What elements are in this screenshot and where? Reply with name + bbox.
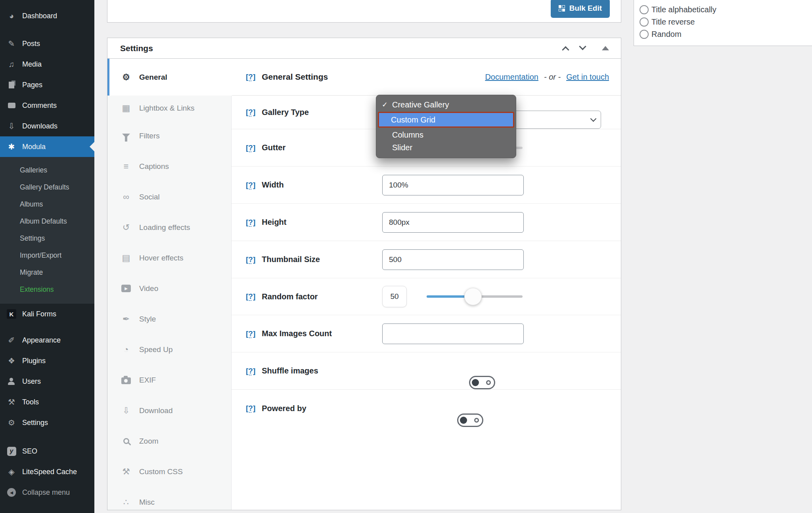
- admin-sidebar: ◕ Dashboard ✎ Posts ♫ Media Pages Commen…: [0, 0, 94, 513]
- sidebar-item-label: Downloads: [22, 122, 57, 130]
- submenu-item-gallery-defaults[interactable]: Gallery Defaults: [0, 179, 94, 196]
- sort-option-random[interactable]: Random: [640, 28, 812, 40]
- random-factor-slider[interactable]: [427, 288, 523, 305]
- radio-button[interactable]: [640, 17, 649, 27]
- content-filler: [232, 427, 621, 510]
- gallery-type-dropdown: ✓ Creative Gallery Custom Grid Columns S…: [376, 95, 516, 158]
- tab-exif[interactable]: EXIF: [107, 365, 231, 395]
- sidebar-item-posts[interactable]: ✎ Posts: [0, 33, 94, 54]
- sidebar-item-seo[interactable]: y SEO: [0, 441, 94, 461]
- settings-metabox-panel: Settings ⚙ General ▦ Lightbox & Links Fi…: [107, 38, 621, 510]
- settings-sliders-icon: ⚙: [6, 418, 17, 427]
- tab-style[interactable]: ✒ Style: [107, 304, 231, 334]
- help-icon[interactable]: [?]: [246, 367, 255, 375]
- tab-zoom[interactable]: Zoom: [107, 426, 231, 456]
- pushpin-icon: ✎: [6, 39, 17, 48]
- help-icon[interactable]: [?]: [246, 108, 255, 117]
- brush-icon: ✐: [6, 335, 17, 345]
- submenu-item-album-defaults[interactable]: Album Defaults: [0, 213, 94, 230]
- dropdown-option-slider[interactable]: Slider: [376, 141, 516, 154]
- tab-speed-up[interactable]: ◔ Speed Up: [107, 334, 231, 365]
- thumbnail-size-input[interactable]: [382, 249, 524, 270]
- tab-video[interactable]: ▶ Video: [107, 273, 231, 304]
- checkmark-icon: ✓: [382, 100, 391, 109]
- submenu-item-migrate[interactable]: Migrate: [0, 264, 94, 281]
- user-icon: [8, 378, 15, 385]
- sidebar-item-settings[interactable]: ⚙ Settings: [0, 412, 94, 433]
- tab-general[interactable]: ⚙ General: [107, 59, 232, 96]
- submenu-item-albums[interactable]: Albums: [0, 196, 94, 213]
- tab-lightbox-links[interactable]: ▦ Lightbox & Links: [107, 96, 231, 121]
- tab-hover-effects[interactable]: ▤ Hover effects: [107, 243, 231, 273]
- sidebar-item-comments[interactable]: Comments: [0, 95, 94, 116]
- max-images-count-input[interactable]: [382, 323, 524, 344]
- settings-panel-header: Settings: [107, 38, 621, 59]
- submenu-item-galleries[interactable]: Galleries: [0, 162, 94, 179]
- dropdown-option-custom-grid[interactable]: Custom Grid: [379, 113, 513, 126]
- shuffle-images-toggle[interactable]: [469, 376, 495, 389]
- help-icon[interactable]: [?]: [246, 329, 255, 338]
- media-icon: ♫: [6, 60, 17, 69]
- help-icon[interactable]: [?]: [246, 404, 255, 413]
- sidebar-item-label: Pages: [22, 81, 42, 89]
- sidebar-item-users[interactable]: Users: [0, 371, 94, 392]
- sort-option-title-reverse[interactable]: Title reverse: [640, 16, 812, 28]
- documentation-link[interactable]: Documentation: [485, 73, 538, 82]
- tab-misc[interactable]: ∴ Misc: [107, 487, 231, 510]
- setting-row-max-images-count: [?] Max Images Count: [232, 315, 621, 352]
- sidebar-item-collapse-menu[interactable]: ◀ Collapse menu: [0, 482, 94, 503]
- help-icon[interactable]: [?]: [246, 144, 255, 152]
- submenu-item-extensions[interactable]: Extensions: [0, 281, 94, 298]
- general-settings-header: [?] General Settings Documentation - or …: [232, 59, 621, 96]
- get-in-touch-link[interactable]: Get in touch: [566, 73, 609, 82]
- sidebar-item-media[interactable]: ♫ Media: [0, 54, 94, 75]
- setting-row-shuffle-images: [?] Shuffle images: [232, 352, 621, 390]
- help-icon[interactable]: [?]: [246, 181, 255, 190]
- sidebar-item-label: Comments: [22, 101, 57, 110]
- sidebar-item-dashboard[interactable]: ◕ Dashboard: [0, 6, 94, 26]
- help-icon[interactable]: [?]: [246, 292, 255, 301]
- tab-social[interactable]: ∞ Social: [107, 182, 231, 212]
- sidebar-item-plugins[interactable]: ❖ Plugins: [0, 350, 94, 371]
- tab-download[interactable]: ⇩ Download: [107, 395, 231, 426]
- slider-thumb[interactable]: [464, 288, 482, 305]
- dropdown-option-columns[interactable]: Columns: [376, 128, 516, 141]
- powered-by-toggle[interactable]: [457, 413, 483, 427]
- style-brush-icon: ✒: [121, 314, 131, 324]
- sidebar-item-downloads[interactable]: ⇩ Downloads: [0, 116, 94, 136]
- tab-filters[interactable]: Filters: [107, 121, 231, 151]
- random-factor-value: 50: [382, 286, 407, 307]
- lightbox-grid-icon: ▦: [121, 103, 131, 113]
- move-down-icon[interactable]: [579, 43, 586, 50]
- sidebar-item-kali-forms[interactable]: K Kali Forms: [0, 304, 94, 324]
- help-icon[interactable]: [?]: [246, 255, 255, 264]
- camera-icon: [121, 377, 131, 384]
- radio-button[interactable]: [640, 30, 649, 39]
- width-input[interactable]: [382, 175, 524, 195]
- gallery-toolbar-panel: Bulk Edit: [107, 0, 621, 23]
- bulk-edit-button[interactable]: Bulk Edit: [551, 0, 610, 18]
- sidebar-item-appearance[interactable]: ✐ Appearance: [0, 330, 94, 350]
- tab-captions[interactable]: ≡ Captions: [107, 151, 231, 182]
- sidebar-item-litespeed-cache[interactable]: ◈ LiteSpeed Cache: [0, 461, 94, 482]
- sidebar-item-pages[interactable]: Pages: [0, 75, 94, 95]
- collapse-arrow-icon: ◀: [7, 488, 16, 497]
- tab-loading-effects[interactable]: ↺ Loading effects: [107, 212, 231, 243]
- sort-option-title-alphabetically[interactable]: Title alphabetically: [640, 4, 812, 16]
- help-icon[interactable]: [?]: [246, 218, 255, 227]
- help-icon[interactable]: [?]: [246, 73, 255, 81]
- collapse-panel-icon[interactable]: [602, 46, 609, 50]
- submenu-item-import-export[interactable]: Import/Export: [0, 247, 94, 264]
- radio-button[interactable]: [640, 5, 649, 14]
- modula-logo-icon: ✱: [6, 142, 17, 151]
- sidebar-item-label: Media: [22, 60, 42, 69]
- move-up-icon[interactable]: [562, 46, 569, 54]
- submenu-item-settings[interactable]: Settings: [0, 230, 94, 247]
- sidebar-item-modula[interactable]: ✱ Modula: [0, 136, 94, 157]
- dropdown-option-creative-gallery[interactable]: ✓ Creative Gallery: [376, 98, 516, 111]
- layout-icon: ▤: [121, 253, 131, 263]
- height-input[interactable]: [382, 212, 524, 233]
- tab-custom-css[interactable]: ⚒ Custom CSS: [107, 456, 231, 487]
- sidebar-item-tools[interactable]: ⚒ Tools: [0, 392, 94, 412]
- rotate-icon: ↺: [121, 222, 131, 233]
